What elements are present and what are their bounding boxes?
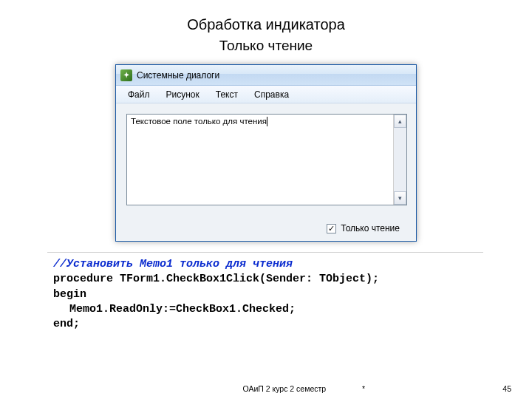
footer-course: ОАиП 2 курс 2 семестр — [242, 384, 326, 393]
code-kw-procedure: procedure — [53, 273, 113, 285]
memo-scrollbar[interactable]: ▴ ▾ — [393, 115, 406, 205]
menu-text[interactable]: Текст — [208, 88, 245, 101]
footer-star: * — [362, 384, 365, 393]
readonly-checkbox-row: ✓ Только чтение — [327, 223, 400, 233]
memo-text: Текстовое поле только для чтения — [131, 117, 267, 126]
code-comment: //Установить Memo1 только для чтения — [53, 257, 477, 272]
menu-file[interactable]: Файл — [120, 88, 157, 101]
menu-picture[interactable]: Рисунок — [159, 88, 207, 101]
app-icon: ✦ — [120, 69, 132, 81]
code-line-procedure: procedure TForm1.CheckBox1Click(Sender: … — [53, 272, 477, 287]
slide-subtitle: Только чтение — [0, 38, 532, 54]
menu-help[interactable]: Справка — [247, 88, 296, 101]
code-line-body: Memo1.ReadOnly:=CheckBox1.Checked; — [53, 302, 477, 317]
scroll-up-button[interactable]: ▴ — [394, 115, 406, 128]
readonly-checkbox[interactable]: ✓ — [327, 224, 336, 233]
code-line-end: end; — [53, 317, 477, 332]
text-caret — [267, 117, 267, 126]
memo-content: Текстовое поле только для чтения — [127, 115, 393, 205]
readonly-checkbox-label: Только чтение — [341, 223, 400, 233]
scroll-track[interactable] — [394, 128, 406, 191]
titlebar[interactable]: ✦ Системные диалоги — [116, 65, 416, 86]
code-block: //Установить Memo1 только для чтения pro… — [47, 252, 483, 338]
code-line-begin: begin — [53, 287, 477, 302]
code-proc-sig: TForm1.CheckBox1Click(Sender: TObject); — [113, 273, 379, 285]
scroll-down-button[interactable]: ▾ — [394, 191, 406, 205]
client-area: Текстовое поле только для чтения ▴ ▾ ✓ Т… — [116, 103, 416, 241]
slide-title: Обработка индикатора — [0, 16, 532, 33]
memo-field[interactable]: Текстовое поле только для чтения ▴ ▾ — [126, 114, 407, 205]
footer-page-number: 45 — [502, 384, 511, 393]
app-window: ✦ Системные диалоги Файл Рисунок Текст С… — [115, 64, 417, 242]
window-title: Системные диалоги — [137, 70, 219, 81]
menubar: Файл Рисунок Текст Справка — [116, 86, 416, 103]
